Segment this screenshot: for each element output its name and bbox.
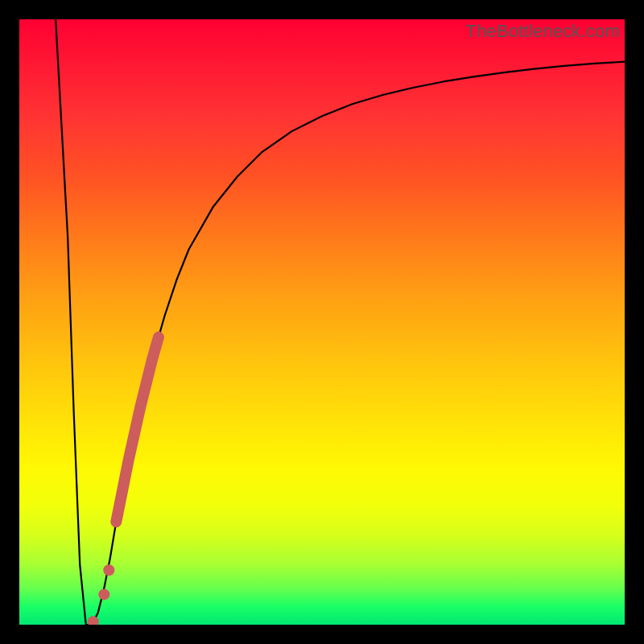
watermark-text: TheBottleneck.com xyxy=(465,21,620,42)
main-curve xyxy=(56,19,625,625)
highlight-dot xyxy=(88,616,99,625)
chart-frame: TheBottleneck.com xyxy=(0,0,644,644)
highlight-segment xyxy=(116,337,159,522)
highlight-dot xyxy=(98,588,109,600)
plot-area: TheBottleneck.com xyxy=(19,19,625,625)
highlight-dots xyxy=(88,564,115,625)
highlight-dot xyxy=(103,564,114,576)
chart-svg xyxy=(19,19,625,625)
